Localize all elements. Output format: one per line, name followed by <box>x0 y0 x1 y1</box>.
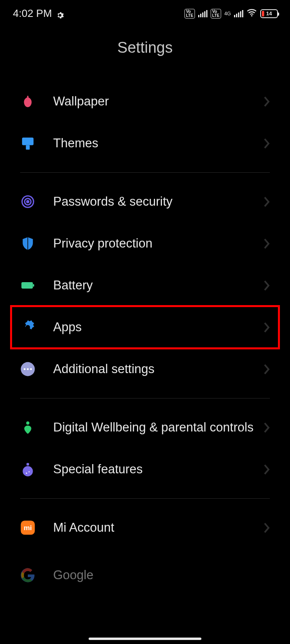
shield-icon <box>20 236 35 251</box>
settings-item-label: Wallpaper <box>53 93 263 109</box>
mi-logo-icon: mi <box>20 520 35 535</box>
settings-item-label: Themes <box>53 135 263 151</box>
svg-point-8 <box>25 325 30 329</box>
divider <box>20 172 270 173</box>
chevron-right-icon <box>263 322 270 333</box>
settings-item-label: Privacy protection <box>53 235 263 252</box>
settings-item-special-features[interactable]: Special features <box>20 448 270 490</box>
volte-icon: VoLTE <box>184 9 195 19</box>
battery-icon <box>20 278 35 293</box>
settings-item-battery[interactable]: Battery <box>20 264 270 306</box>
settings-item-label: Apps <box>53 319 263 335</box>
chevron-right-icon <box>263 138 270 149</box>
wifi-icon <box>246 7 257 20</box>
volte-icon-2: VoLTE <box>211 9 221 19</box>
chevron-right-icon <box>263 238 270 249</box>
svg-text:mi: mi <box>24 524 32 532</box>
wellbeing-icon <box>20 420 35 435</box>
settings-item-label: Google <box>53 567 270 583</box>
page-title: Settings <box>0 27 290 80</box>
svg-point-13 <box>26 421 29 425</box>
svg-rect-6 <box>21 282 33 289</box>
svg-point-10 <box>24 368 26 370</box>
chevron-right-icon <box>263 96 270 107</box>
settings-item-label: Battery <box>53 277 263 293</box>
chevron-right-icon <box>263 422 270 433</box>
settings-item-themes[interactable]: Themes <box>20 122 270 164</box>
status-left: 4:02 PM <box>13 7 64 20</box>
battery-icon: 14 <box>260 9 278 18</box>
battery-level: 14 <box>261 10 277 17</box>
settings-item-label: Mi Account <box>53 520 263 536</box>
signal-icon <box>198 10 207 17</box>
divider <box>20 498 270 499</box>
home-indicator[interactable] <box>89 638 201 640</box>
svg-rect-1 <box>22 138 34 145</box>
status-bar: 4:02 PM VoLTE VoLTE 4G 14 <box>0 0 290 27</box>
signal-icon-2 <box>234 10 243 17</box>
svg-point-15 <box>23 466 33 476</box>
settings-item-label: Digital Wellbeing & parental controls <box>53 419 263 436</box>
svg-rect-7 <box>33 284 34 287</box>
status-right: VoLTE VoLTE 4G 14 <box>184 7 278 20</box>
settings-item-label: Special features <box>53 461 263 477</box>
settings-item-label: Passwords & security <box>53 194 263 210</box>
divider <box>20 398 270 398</box>
chevron-right-icon <box>263 363 270 375</box>
svg-rect-2 <box>26 145 30 150</box>
wallpaper-icon <box>20 94 35 109</box>
settings-item-digital-wellbeing[interactable]: Digital Wellbeing & parental controls <box>20 407 270 448</box>
settings-item-passwords-security[interactable]: Passwords & security <box>20 181 270 223</box>
settings-list: Wallpaper Themes Passwords & security Pr… <box>0 80 290 590</box>
settings-item-google[interactable]: Google <box>20 549 270 590</box>
svg-point-17 <box>29 471 30 473</box>
fingerprint-icon <box>20 194 35 209</box>
chevron-right-icon <box>263 280 270 291</box>
svg-point-12 <box>30 368 32 370</box>
google-icon <box>20 568 35 583</box>
more-icon <box>20 361 35 377</box>
settings-item-additional-settings[interactable]: Additional settings <box>20 348 270 390</box>
settings-item-label: Additional settings <box>53 361 263 377</box>
settings-item-mi-account[interactable]: mi Mi Account <box>20 507 270 549</box>
chevron-right-icon <box>263 196 270 207</box>
flask-icon <box>20 462 35 477</box>
svg-rect-14 <box>27 463 29 465</box>
svg-point-5 <box>27 201 29 203</box>
themes-icon <box>20 136 35 151</box>
chevron-right-icon <box>263 464 270 475</box>
network-type-label: 4G <box>224 11 231 16</box>
svg-point-16 <box>26 473 27 474</box>
chevron-right-icon <box>263 522 270 533</box>
svg-point-0 <box>251 15 252 17</box>
apps-gear-icon <box>20 320 35 335</box>
status-time: 4:02 PM <box>13 7 52 20</box>
settings-item-wallpaper[interactable]: Wallpaper <box>20 80 270 122</box>
settings-item-apps[interactable]: Apps <box>11 306 279 348</box>
gear-icon <box>56 10 64 18</box>
settings-item-privacy-protection[interactable]: Privacy protection <box>20 223 270 264</box>
svg-point-11 <box>27 368 29 370</box>
